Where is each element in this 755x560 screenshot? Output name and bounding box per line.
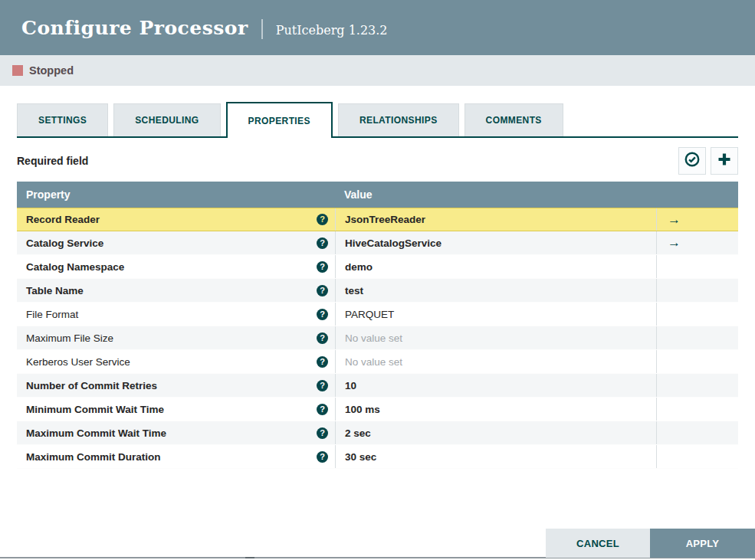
property-row[interactable]: Table Name?test [17,279,738,303]
property-action-cell [656,398,738,421]
help-icon[interactable]: ? [317,214,328,225]
tab-relationships[interactable]: RELATIONSHIPS [338,103,459,136]
go-to-service-icon[interactable]: → [668,212,681,228]
processor-name-version: PutIceberg 1.23.2 [276,23,388,38]
property-row[interactable]: Kerberos User Service?No value set [17,350,738,374]
property-action-cell [656,350,738,373]
property-name-cell: Catalog Namespace? [17,255,335,278]
property-value-cell[interactable]: test [335,279,656,302]
property-action-cell [656,374,738,397]
property-value: test [345,285,363,296]
property-name-cell: Record Reader? [17,208,335,231]
help-icon[interactable]: ? [317,427,328,439]
dialog-title: Configure Processor [21,17,248,39]
help-icon[interactable]: ? [317,261,328,273]
property-value-cell[interactable]: JsonTreeReader [335,208,656,231]
add-property-button[interactable] [711,147,738,175]
property-value-cell[interactable]: No value set [335,326,656,349]
property-action-cell [656,279,738,302]
property-name: Maximum Commit Wait Time [26,427,166,439]
property-name: Minimum Commit Wait Time [26,404,164,415]
property-action-cell: → [656,208,738,231]
column-header-value: Value [335,188,656,201]
table-header-row: Property Value [17,182,738,208]
property-action-cell [656,255,738,278]
property-row[interactable]: Maximum File Size?No value set [17,326,738,350]
property-value: PARQUET [345,309,394,320]
plus-icon [717,152,732,170]
properties-toolbar: Required field [17,147,738,175]
toolbar-icon-buttons [678,147,738,175]
property-value-cell[interactable]: No value set [335,350,656,373]
property-name: Kerberos User Service [26,356,130,368]
check-circle-icon [684,151,701,171]
property-name: Catalog Namespace [26,261,124,273]
property-row[interactable]: Number of Commit Retries?10 [17,374,738,398]
apply-button[interactable]: APPLY [650,529,755,558]
property-name: File Format [26,309,78,320]
help-icon[interactable]: ? [317,237,328,249]
tab-comments[interactable]: COMMENTS [464,103,563,136]
stopped-status-icon [12,65,23,76]
go-to-service-icon[interactable]: → [668,235,681,251]
required-field-legend: Required field [17,155,88,167]
property-row[interactable]: Catalog Service?HiveCatalogService→ [17,231,738,255]
help-icon[interactable]: ? [317,404,328,415]
property-value-cell[interactable]: PARQUET [335,303,656,326]
property-name-cell: File Format? [17,303,335,326]
property-name-cell: Maximum Commit Duration? [17,445,335,468]
property-value: JsonTreeReader [345,214,425,225]
property-value: 30 sec [345,451,376,463]
properties-table: Property Value Record Reader?JsonTreeRea… [17,182,738,469]
property-action-cell [656,326,738,349]
property-name-cell: Minimum Commit Wait Time? [17,398,335,421]
help-icon[interactable]: ? [317,285,328,296]
property-value-cell[interactable]: 2 sec [335,421,656,444]
property-name-cell: Table Name? [17,279,335,302]
property-name-cell: Number of Commit Retries? [17,374,335,397]
status-bar: Stopped [0,55,755,86]
property-value: 2 sec [345,427,371,439]
help-icon[interactable]: ? [317,356,328,368]
property-name: Record Reader [26,214,100,225]
property-value: 100 ms [345,404,380,415]
tab-scheduling[interactable]: SCHEDULING [113,103,220,136]
property-name-cell: Maximum File Size? [17,326,335,349]
property-value-cell[interactable]: 30 sec [335,445,656,468]
property-value-cell[interactable]: HiveCatalogService [335,231,656,254]
help-icon[interactable]: ? [317,332,328,344]
property-value: HiveCatalogService [345,237,442,249]
dialog-content: SETTINGSSCHEDULINGPROPERTIESRELATIONSHIP… [0,102,755,469]
property-row[interactable]: File Format?PARQUET [17,303,738,326]
header-divider [261,19,263,39]
property-name: Maximum Commit Duration [26,451,161,463]
property-row[interactable]: Maximum Commit Wait Time?2 sec [17,421,738,445]
help-icon[interactable]: ? [317,380,328,391]
property-name-cell: Catalog Service? [17,231,335,254]
property-value-cell[interactable]: demo [335,255,656,278]
dialog-header: Configure Processor PutIceberg 1.23.2 [0,0,755,55]
property-name-cell: Maximum Commit Wait Time? [17,421,335,444]
property-value: No value set [345,332,402,344]
property-row[interactable]: Minimum Commit Wait Time?100 ms [17,398,738,421]
tab-bar: SETTINGSSCHEDULINGPROPERTIESRELATIONSHIP… [17,102,738,138]
property-name-cell: Kerberos User Service? [17,350,335,373]
property-value: No value set [345,356,402,368]
help-icon[interactable]: ? [317,309,328,320]
footer-buttons: CANCEL APPLY [546,529,755,558]
help-icon[interactable]: ? [317,451,328,463]
property-value: 10 [345,380,356,391]
property-value-cell[interactable]: 10 [335,374,656,397]
horizontal-scrollbar-thumb[interactable] [245,557,254,558]
tab-settings[interactable]: SETTINGS [17,103,108,136]
property-row[interactable]: Record Reader?JsonTreeReader→ [17,208,738,231]
verify-properties-button[interactable] [678,147,706,175]
tab-properties[interactable]: PROPERTIES [226,102,333,138]
cancel-button[interactable]: CANCEL [546,529,650,558]
property-action-cell: → [656,231,738,254]
property-row[interactable]: Catalog Namespace?demo [17,255,738,279]
property-value-cell[interactable]: 100 ms [335,398,656,421]
property-row[interactable]: Maximum Commit Duration?30 sec [17,445,738,469]
property-value: demo [345,261,373,273]
property-name: Maximum File Size [26,332,113,344]
